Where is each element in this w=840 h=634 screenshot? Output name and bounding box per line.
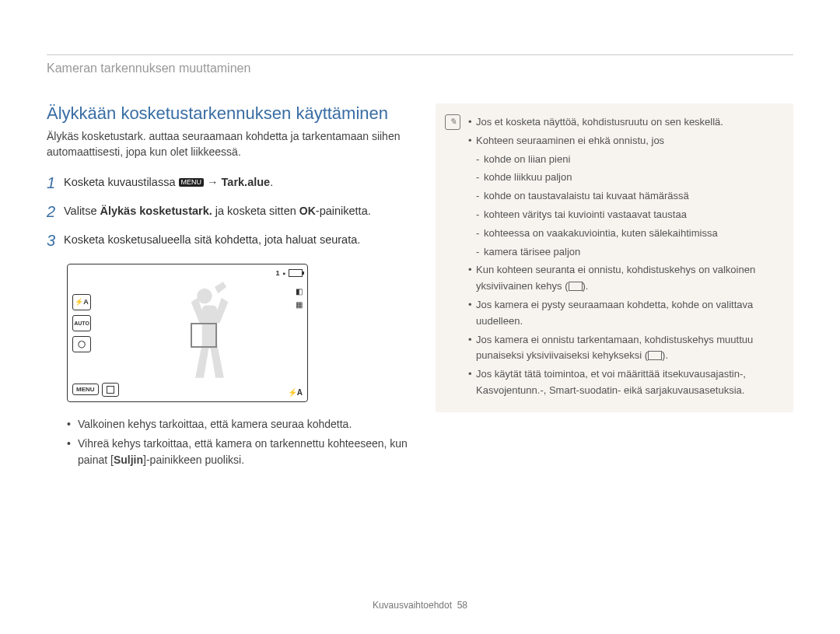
- camera-screenshot: 1 ▪ ◧▦ ⚡A AUTO ◯ MENU: [67, 264, 308, 402]
- bullet-text: Vihreä kehys tarkoittaa, että kamera on …: [78, 436, 412, 468]
- note-item: Kun kohteen seuranta ei onnistu, kohdist…: [468, 262, 781, 295]
- screenshot-left-icons: ⚡A AUTO ◯: [72, 294, 96, 357]
- step-3: 3 Kosketa kosketusalueella sitä kohdetta…: [47, 232, 412, 250]
- bullet-item: • Vihreä kehys tarkoittaa, että kamera o…: [67, 436, 412, 468]
- text: ]-painikkeen puoliksi.: [143, 454, 244, 466]
- step-1: 1 Kosketa kuvaustilassa MENU → Tark.alue…: [47, 174, 412, 192]
- intro-text: Älykäs kosketustark. auttaa seuraamaan k…: [47, 128, 412, 160]
- text: Valitse: [64, 205, 100, 217]
- bold-text: Suljin: [114, 454, 143, 466]
- screenshot-right-icons: ◧▦: [296, 285, 303, 311]
- bold-text: Tark.alue: [222, 176, 271, 188]
- note-subitem: kamera tärisee paljon: [468, 244, 781, 261]
- step-text: Kosketa kosketusalueella sitä kohdetta, …: [64, 232, 360, 250]
- note-subitem: kohteen väritys tai kuviointi vastaavat …: [468, 207, 781, 223]
- left-column: Älykkään kosketustarkennuksen käyttämine…: [47, 103, 412, 471]
- menu-button: MENU: [72, 384, 99, 395]
- playback-button: [102, 383, 119, 397]
- note-item: Jos käytät tätä toimintoa, et voi määrit…: [468, 366, 781, 399]
- screenshot-top-right: 1 ▪: [275, 269, 303, 278]
- bullet-item: • Valkoinen kehys tarkoittaa, että kamer…: [67, 416, 412, 433]
- menu-icon: MENU: [179, 178, 205, 187]
- bullet-dot: •: [67, 416, 78, 433]
- section-title: Älykkään kosketustarkennuksen käyttämine…: [47, 103, 412, 124]
- page-number: 58: [457, 600, 467, 611]
- note-box: ✎ Jos et kosketa näyttöä, kohdistusruutu…: [436, 103, 793, 412]
- bullet-dot: •: [67, 436, 78, 468]
- bullet-text: Valkoinen kehys tarkoittaa, että kamera …: [78, 416, 352, 433]
- note-item: Jos et kosketa näyttöä, kohdistusruutu o…: [468, 114, 781, 131]
- text: .: [270, 176, 273, 188]
- screenshot-bottom: MENU: [72, 383, 119, 397]
- sd-icon: ▪: [282, 269, 285, 278]
- frame-icon: [648, 351, 662, 360]
- text: Jos kamera ei onnistu tarkentamaan, kohd…: [476, 334, 753, 362]
- text: Kosketa kuvaustilassa: [64, 176, 179, 188]
- arrow: →: [204, 176, 222, 188]
- note-item: Jos kamera ei onnistu tarkentamaan, kohd…: [468, 332, 781, 365]
- text: ).: [583, 280, 589, 292]
- battery-icon: [289, 269, 303, 277]
- note-subitem: kohde on taustavalaistu tai kuvaat hämär…: [468, 188, 781, 205]
- note-item: Kohteen seuraaminen ei ehkä onnistu, jos: [468, 133, 781, 149]
- note-subitem: kohteessa on vaakakuviointia, kuten säle…: [468, 226, 781, 242]
- step-text: Valitse Älykäs kosketustark. ja kosketa …: [64, 203, 371, 221]
- header-breadcrumb: Kameran tarkennuksen muuttaminen: [47, 54, 793, 75]
- text: ).: [662, 349, 668, 361]
- frame-icon: [569, 282, 583, 291]
- auto-icon: AUTO: [72, 315, 91, 331]
- text: ja kosketa sitten: [212, 205, 299, 217]
- footer: Kuvausvaihtoehdot 58: [0, 600, 840, 611]
- text: -painiketta.: [316, 205, 371, 217]
- step-number: 2: [47, 203, 64, 221]
- left-bullets: • Valkoinen kehys tarkoittaa, että kamer…: [67, 416, 412, 468]
- note-icon: ✎: [445, 114, 460, 130]
- step-number: 3: [47, 232, 64, 250]
- page: Kameran tarkennuksen muuttaminen Älykkää…: [0, 0, 840, 634]
- note-list: Jos et kosketa näyttöä, kohdistusruutu o…: [468, 114, 781, 399]
- note-subitem: kohde liikkuu paljon: [468, 170, 781, 186]
- footer-label: Kuvausvaihtoehdot: [373, 600, 452, 611]
- step-text: Kosketa kuvaustilassa MENU → Tark.alue.: [64, 174, 273, 192]
- screenshot-br-label: ⚡A: [288, 388, 303, 397]
- right-column: ✎ Jos et kosketa näyttöä, kohdistusruutu…: [436, 103, 793, 471]
- steps-list: 1 Kosketa kuvaustilassa MENU → Tark.alue…: [47, 174, 412, 250]
- focus-frame: [191, 323, 217, 348]
- note-item: Jos kamera ei pysty seuraamaan kohdetta,…: [468, 297, 781, 330]
- content-columns: Älykkään kosketustarkennuksen käyttämine…: [47, 103, 793, 471]
- step-2: 2 Valitse Älykäs kosketustark. ja kosket…: [47, 203, 412, 221]
- ok-icon: OK: [299, 203, 316, 219]
- note-subitem: kohde on liian pieni: [468, 152, 781, 168]
- flash-icon: ⚡A: [72, 294, 91, 310]
- text: Kun kohteen seuranta ei onnistu, kohdist…: [476, 264, 755, 292]
- timer-icon: ◯: [72, 336, 91, 352]
- count: 1: [275, 269, 279, 277]
- bold-text: Älykäs kosketustark.: [100, 205, 212, 217]
- step-number: 1: [47, 174, 64, 192]
